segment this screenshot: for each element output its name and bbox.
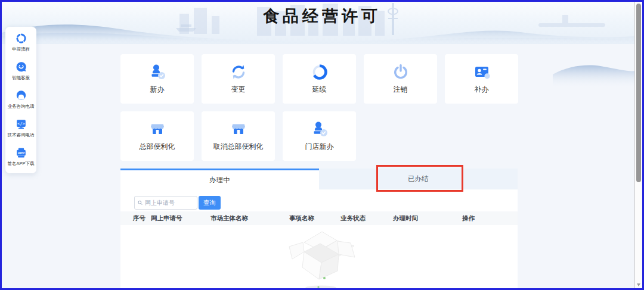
vertical-scrollbar[interactable] bbox=[634, 2, 642, 288]
table-header-row: 序号 网上申请号 市场主体名称 事项名称 业务状态 办理时间 操作 bbox=[120, 211, 518, 225]
app-window: 食品经营许可 申报流程 智能客服 bbox=[0, 0, 644, 290]
page-title: 食品经营许可 bbox=[263, 5, 381, 27]
card-label: 延续 bbox=[312, 85, 327, 95]
search-icon bbox=[138, 199, 143, 206]
column-header-app-number: 网上申请号 bbox=[151, 214, 210, 223]
stamp-check-icon bbox=[148, 63, 166, 81]
sidebar-item-business-phone[interactable]: 业务咨询电话 bbox=[5, 89, 36, 110]
refresh-icon bbox=[230, 63, 247, 81]
sidebar-item-label: 申报流程 bbox=[12, 46, 30, 52]
action-cards-row-1: 新办 变更 延续 注销 bbox=[120, 54, 518, 104]
tower-silhouette bbox=[388, 3, 398, 35]
card-change[interactable]: 变更 bbox=[202, 54, 275, 104]
tab-completed[interactable]: 已办结 bbox=[319, 169, 518, 189]
code-monitor-icon: </> bbox=[15, 118, 27, 130]
card-cancellation[interactable]: 注销 bbox=[364, 54, 437, 104]
search-input-box[interactable] bbox=[134, 196, 197, 210]
svg-text:</>: </> bbox=[17, 121, 24, 126]
card-label: 变更 bbox=[231, 85, 246, 95]
column-header-item-name: 事项名称 bbox=[289, 214, 340, 223]
sidebar-item-label: 签名APP下载 bbox=[7, 161, 34, 167]
tab-label: 已办结 bbox=[408, 174, 429, 183]
empty-open-box-illustration bbox=[279, 228, 363, 290]
sidebar-item-smart-service[interactable]: 智能客服 bbox=[5, 61, 36, 81]
card-label: 注销 bbox=[394, 85, 408, 95]
floating-sidebar: 申报流程 智能客服 业务咨询电话 bbox=[5, 27, 36, 173]
application-number-input[interactable] bbox=[145, 199, 194, 206]
column-header-index: 序号 bbox=[133, 214, 151, 223]
column-header-entity-name: 市场主体名称 bbox=[210, 214, 289, 223]
card-label: 门店新办 bbox=[305, 142, 334, 152]
card-hq-facilitation[interactable]: 总部便利化 bbox=[120, 111, 194, 161]
sidebar-item-label: 智能客服 bbox=[12, 75, 30, 81]
card-label: 新办 bbox=[150, 85, 165, 95]
sidebar-item-label: 技术咨询电话 bbox=[8, 132, 35, 138]
stamp-check-icon bbox=[311, 120, 329, 138]
column-header-operation: 操作 bbox=[462, 214, 518, 223]
work-list-panel: 办理中 已办结 查询 序号 网上申请号 市场主体名称 事项名称 业务状态 办理时… bbox=[120, 169, 518, 288]
card-cancel-hq-facilitation[interactable]: 取消总部便利化 bbox=[202, 111, 275, 161]
scrollbar-thumb[interactable] bbox=[636, 4, 641, 182]
card-label: 补办 bbox=[475, 85, 489, 95]
headset-icon bbox=[15, 89, 27, 102]
hill-decoration bbox=[553, 59, 636, 88]
search-row: 查询 bbox=[134, 196, 221, 210]
boat-silhouette bbox=[176, 24, 196, 32]
tab-label: 办理中 bbox=[209, 176, 230, 185]
svg-text:APP: APP bbox=[17, 151, 24, 155]
storefront-icon bbox=[230, 120, 247, 138]
card-reissue[interactable]: 补办 bbox=[445, 54, 518, 104]
card-new-application[interactable]: 新办 bbox=[120, 54, 194, 104]
action-cards-row-2: 总部便利化 取消总部便利化 门店新办 bbox=[120, 111, 356, 161]
query-button[interactable]: 查询 bbox=[199, 196, 221, 210]
sidebar-item-tech-phone[interactable]: </> 技术咨询电话 bbox=[5, 118, 36, 138]
id-card-icon bbox=[473, 63, 491, 81]
sidebar-item-app-download[interactable]: APP 签名APP下载 bbox=[5, 146, 36, 167]
tab-in-progress[interactable]: 办理中 bbox=[120, 169, 319, 189]
card-renewal[interactable]: 延续 bbox=[283, 54, 356, 104]
header-banner: 食品经营许可 bbox=[2, 2, 642, 44]
empty-state bbox=[279, 228, 363, 290]
app-download-icon: APP bbox=[15, 146, 27, 159]
card-store-new-application[interactable]: 门店新办 bbox=[283, 111, 356, 161]
scrollbar-down-arrow-icon[interactable] bbox=[637, 283, 640, 286]
sidebar-item-label: 业务咨询电话 bbox=[8, 104, 35, 110]
card-label: 总部便利化 bbox=[140, 142, 175, 152]
column-header-status: 业务状态 bbox=[340, 214, 393, 223]
column-header-handle-time: 办理时间 bbox=[393, 214, 462, 223]
progress-circle-icon bbox=[311, 63, 329, 81]
tab-bar: 办理中 已办结 bbox=[120, 169, 518, 189]
storefront-icon bbox=[148, 120, 166, 138]
chat-smile-icon bbox=[15, 61, 27, 73]
sidebar-item-declaration-process[interactable]: 申报流程 bbox=[5, 32, 36, 52]
power-icon bbox=[392, 63, 410, 81]
card-label: 取消总部便利化 bbox=[213, 142, 264, 152]
flow-icon bbox=[15, 32, 27, 45]
